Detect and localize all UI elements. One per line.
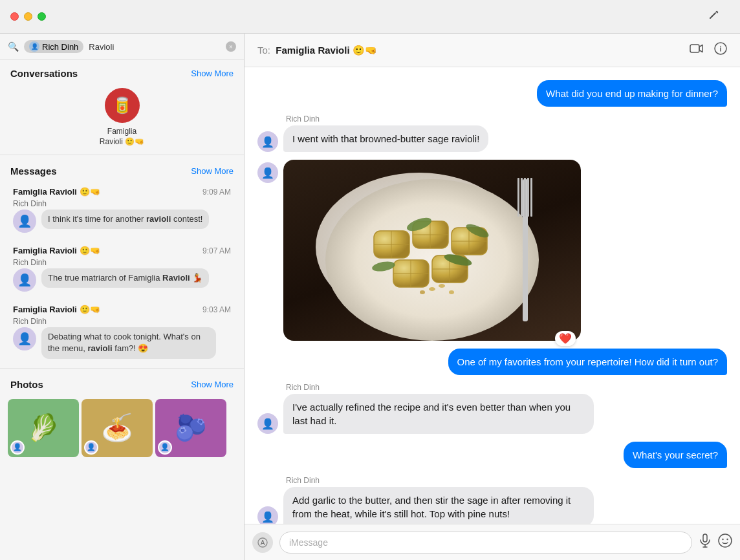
photos-title: Photos xyxy=(10,379,43,390)
svg-rect-28 xyxy=(521,178,523,217)
chat-avatar-recv-3: 👤 xyxy=(257,506,278,524)
photo-thumb-3[interactable]: 🫐 👤 xyxy=(155,399,226,457)
photos-header: Photos Show More xyxy=(0,371,244,394)
info-icon[interactable] xyxy=(714,42,727,58)
chat-avatar-recv-img: 👤 xyxy=(257,162,278,183)
input-bar: A iMessage xyxy=(245,524,740,560)
message-sender-1: Rich Dinh xyxy=(13,199,231,208)
bubble-group-sent-1: What did you end up making for dinner? xyxy=(537,80,727,107)
video-call-icon[interactable] xyxy=(690,43,704,57)
message-preview-wrap-1: 👤 I think it's time for another ravioli … xyxy=(13,210,231,233)
message-preview-wrap-3: 👤 Debating what to cook tonight. What's … xyxy=(13,327,231,358)
svg-text:A: A xyxy=(261,539,265,546)
chat-recipient: Famiglia Ravioli 🙂🤜 xyxy=(276,45,376,56)
svg-rect-29 xyxy=(524,178,526,217)
message-bubble-1: I think it's time for another ravioli co… xyxy=(41,210,209,229)
svg-point-37 xyxy=(719,534,732,547)
photo-avatar-3: 👤 xyxy=(158,440,172,455)
message-time-3: 9:03 AM xyxy=(202,305,231,314)
sender-label-2: Rich Dinh xyxy=(283,383,594,392)
message-preview-wrap-2: 👤 The true matriarch of Famiglia Ravioli… xyxy=(13,268,231,292)
svg-rect-34 xyxy=(703,534,707,542)
bubble-group-recv-1: Rich Dinh I went with that browned-butte… xyxy=(283,114,488,152)
bubble-recv-3: Add garlic to the butter, and then stir … xyxy=(283,487,594,524)
svg-point-38 xyxy=(722,538,723,539)
message-bubble-3: Debating what to cook tonight. What's on… xyxy=(41,327,216,358)
photo-avatar-2: 👤 xyxy=(84,440,98,455)
message-group-3: Famiglia Ravioli 🙂🤜 xyxy=(13,305,100,314)
conversations-show-more[interactable]: Show More xyxy=(191,69,234,78)
conversation-item[interactable]: 🥫 FamigliaRavioli 🙂🤜 xyxy=(0,83,244,152)
photo-avatar-1: 👤 xyxy=(10,440,25,455)
apps-button[interactable]: A xyxy=(252,532,273,553)
chat-title: To: Famiglia Ravioli 🙂🤜 xyxy=(257,45,377,56)
svg-point-39 xyxy=(726,538,728,539)
close-button[interactable] xyxy=(10,12,19,21)
conversation-avatar-image: 🥫 xyxy=(105,88,140,123)
minimize-button[interactable] xyxy=(24,12,32,21)
bubble-group-recv-3: Rich Dinh Add garlic to the butter, and … xyxy=(283,476,594,524)
main-container: 🔍 👤 Rich Dinh × Conversations Show More … xyxy=(0,34,740,560)
bubble-recv-2: I've actually refined the recipe and it'… xyxy=(283,394,594,434)
to-label: To: xyxy=(257,45,270,56)
svg-rect-30 xyxy=(527,178,529,217)
message-item-1[interactable]: Famiglia Ravioli 🙂🤜 9:09 AM Rich Dinh 👤 … xyxy=(5,182,239,238)
search-icon: 🔍 xyxy=(8,41,19,52)
msg-row-sent-1: What did you end up making for dinner? xyxy=(257,80,727,107)
photos-grid: 🥬 👤 🍝 👤 🫐 👤 xyxy=(0,394,244,462)
message-meta-1: Famiglia Ravioli 🙂🤜 9:09 AM xyxy=(13,187,231,197)
conversations-header: Conversations Show More xyxy=(0,60,244,83)
svg-point-22 xyxy=(429,287,435,291)
photos-show-more[interactable]: Show More xyxy=(191,380,234,389)
message-input[interactable]: iMessage xyxy=(279,532,692,554)
sender-label-1: Rich Dinh xyxy=(283,114,488,124)
divider-2 xyxy=(0,368,244,369)
search-input[interactable] xyxy=(89,42,221,52)
bubble-sent-3: What's your secret? xyxy=(624,442,727,468)
msg-row-sent-3: What's your secret? xyxy=(257,442,727,468)
sidebar: 🔍 👤 Rich Dinh × Conversations Show More … xyxy=(0,34,245,560)
search-clear-button[interactable]: × xyxy=(226,41,236,52)
compose-button[interactable] xyxy=(708,9,719,24)
image-container: ❤️ xyxy=(283,160,581,341)
sender-label-3: Rich Dinh xyxy=(283,476,594,485)
message-item-3[interactable]: Famiglia Ravioli 🙂🤜 9:03 AM Rich Dinh 👤 … xyxy=(5,299,239,363)
message-avatar-1: 👤 xyxy=(13,210,36,233)
messages-title: Messages xyxy=(10,166,57,177)
audio-icon[interactable] xyxy=(699,533,712,551)
svg-rect-31 xyxy=(530,178,532,217)
messages-header: Messages Show More xyxy=(0,158,244,180)
conversations-title: Conversations xyxy=(10,68,78,79)
message-avatar-2: 👤 xyxy=(13,268,36,292)
message-item-2[interactable]: Famiglia Ravioli 🙂🤜 9:07 AM Rich Dinh 👤 … xyxy=(5,241,239,297)
photo-thumb-2[interactable]: 🍝 👤 xyxy=(82,399,153,457)
msg-row-sent-2: One of my favorites from your repertoire… xyxy=(257,349,727,375)
emoji-icon[interactable] xyxy=(718,533,732,552)
message-avatar-3: 👤 xyxy=(13,327,36,350)
chat-header: To: Famiglia Ravioli 🙂🤜 xyxy=(245,34,740,67)
photo-thumb-1[interactable]: 🥬 👤 xyxy=(8,399,79,457)
bubble-group-recv-2: Rich Dinh I've actually refined the reci… xyxy=(283,383,594,434)
search-tag-avatar: 👤 xyxy=(29,41,39,52)
maximize-button[interactable] xyxy=(38,12,46,21)
chat-avatar-recv-2: 👤 xyxy=(257,413,278,434)
message-time-2: 9:07 AM xyxy=(202,246,231,255)
msg-row-recv-1: 👤 Rich Dinh I went with that browned-but… xyxy=(257,114,727,152)
msg-row-recv-img: 👤 xyxy=(257,160,727,341)
svg-point-24 xyxy=(420,290,425,294)
search-tag[interactable]: 👤 Rich Dinh xyxy=(24,40,83,53)
svg-point-23 xyxy=(439,284,445,288)
msg-row-recv-3: 👤 Rich Dinh Add garlic to the butter, an… xyxy=(257,476,727,524)
svg-rect-27 xyxy=(517,178,519,217)
chat-header-icons xyxy=(690,42,727,58)
message-group-2: Famiglia Ravioli 🙂🤜 xyxy=(13,246,100,255)
divider-1 xyxy=(0,155,244,155)
bubble-group-sent-3: What's your secret? xyxy=(624,442,727,468)
bubble-recv-1: I went with that browned-butter sage rav… xyxy=(283,125,488,152)
svg-rect-0 xyxy=(690,45,699,52)
bubble-sent-1: What did you end up making for dinner? xyxy=(537,80,727,107)
conversation-name: FamigliaRavioli 🙂🤜 xyxy=(100,127,144,147)
conversation-avatar: 🥫 xyxy=(105,88,140,123)
bubble-sent-2: One of my favorites from your repertoire… xyxy=(448,349,728,375)
messages-show-more[interactable]: Show More xyxy=(191,166,234,176)
